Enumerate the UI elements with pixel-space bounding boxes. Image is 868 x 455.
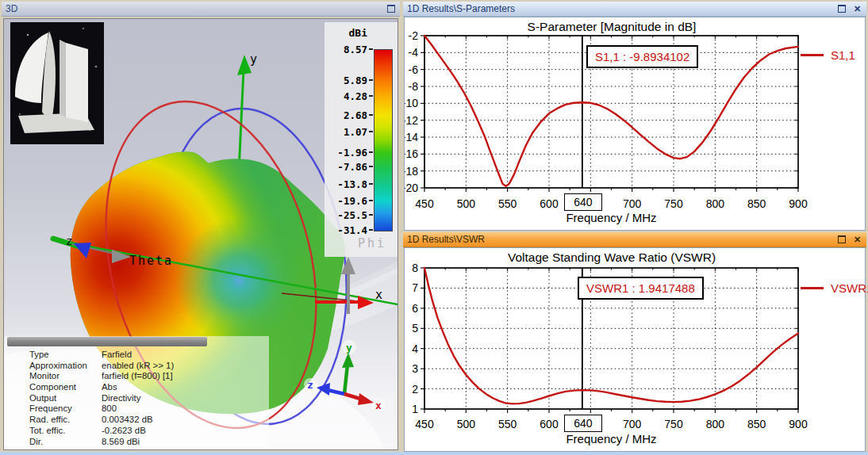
info-value: -0.2623 dB	[102, 426, 146, 437]
axis-marker-value[interactable]: 640	[564, 415, 602, 432]
maximize-button[interactable]	[836, 4, 847, 14]
colorbar-tick-label: -19.6	[326, 195, 367, 207]
info-row: Tot. effic.-0.2623 dB	[29, 426, 266, 437]
y-tick-label: -10	[405, 97, 418, 109]
info-row: Dir.8.569 dBi	[29, 437, 266, 448]
legend: S1,1	[801, 48, 855, 62]
y-tick-label: -4	[409, 46, 419, 59]
triad-y-label: y	[346, 342, 352, 354]
vswr-panel: 1D Results\VSWR ✕ Voltage Standing Wave …	[403, 232, 866, 452]
x-tick-label: 800	[706, 418, 725, 430]
info-row: Rad. effic.0.003432 dB	[29, 415, 266, 426]
colorbar-tick-label: 5.89	[326, 75, 367, 86]
y-tick-label: 1	[412, 403, 418, 415]
x-tick-label: 800	[706, 197, 725, 210]
colorbar-tick	[369, 131, 373, 132]
plot-title: Voltage Standing Wave Ratio (VSWR)	[405, 250, 819, 265]
info-value: Abs	[102, 382, 117, 393]
y-tick-label: 6	[412, 302, 418, 315]
legend-line-swatch	[801, 287, 824, 289]
y-tick-label: -14	[405, 131, 418, 143]
x-tick-label: 600	[540, 418, 559, 430]
sparameters-titlebar[interactable]: 1D Results\S-Parameters ✕	[403, 2, 866, 17]
close-button[interactable]: ✕	[852, 235, 862, 245]
close-button[interactable]: ✕	[852, 4, 862, 14]
x-tick-label: 550	[498, 197, 517, 210]
info-label: Monitor	[29, 371, 102, 382]
colorbar-tick	[369, 95, 373, 97]
info-label: Tot. effic.	[29, 426, 102, 437]
info-value: 8.569 dBi	[102, 437, 140, 448]
y-tick-label: -12	[405, 114, 418, 127]
x-tick-label: 500	[457, 197, 476, 210]
info-row: Monitorfarfield (f=800) [1]	[29, 371, 266, 382]
info-value: Farfield	[102, 350, 132, 361]
colorbar-tick	[369, 79, 373, 81]
plot-title: S-Parameter [Magnitude in dB]	[405, 20, 819, 34]
info-row: TypeFarfield	[29, 350, 266, 361]
info-label: Approximation	[29, 361, 102, 372]
3d-viewport[interactable]: z Theta x y	[3, 18, 398, 450]
z-axis-label: z	[66, 235, 72, 247]
y-tick-label: 5	[412, 322, 418, 335]
info-value: 0.003432 dB	[102, 415, 153, 426]
maximize-icon	[387, 5, 395, 13]
3d-panel-titlebar[interactable]: 3D	[2, 2, 400, 17]
maximize-button[interactable]	[836, 235, 847, 245]
colorbar-tick-label: 2.68	[326, 109, 367, 121]
info-label: Dir.	[29, 437, 102, 448]
colorbar-tick	[369, 151, 373, 153]
close-icon: ✕	[854, 5, 861, 13]
x-tick-label: 500	[457, 418, 476, 430]
sparameters-panel: 1D Results\S-Parameters ✕ S-Parameter [M…	[403, 2, 866, 231]
y-tick-label: 2	[412, 383, 418, 396]
status-strip	[0, 452, 868, 455]
y-tick-label: 4	[412, 342, 418, 355]
y-tick-label: -16	[405, 147, 418, 160]
x-tick-label: 550	[498, 418, 517, 430]
triad-y-axis	[344, 365, 348, 394]
colorbar-tick-label: -25.5	[326, 209, 367, 221]
marker-readout[interactable]: S1,1 : -9.8934102	[586, 45, 698, 68]
triad-y-arrowhead	[342, 353, 354, 368]
info-value: enabled (kR >> 1)	[102, 361, 174, 372]
x-tick-label: 700	[623, 418, 642, 430]
phi-axis-label: Phi	[358, 236, 386, 250]
colorbar-tick	[369, 200, 373, 201]
y-tick-label: 3	[412, 362, 418, 375]
colorbar-tick	[369, 166, 373, 167]
maximize-icon	[838, 235, 846, 243]
info-value: Directivity	[102, 393, 140, 404]
maximize-button[interactable]	[386, 4, 396, 14]
x-tick-label: 450	[415, 197, 434, 210]
x-axis-title: Frequency / MHz	[424, 432, 798, 445]
info-overlay-handle[interactable]	[7, 337, 207, 346]
vswr-plot-area: Voltage Standing Wave Ratio (VSWR) 45050…	[404, 247, 866, 452]
application-window: 3D	[0, 0, 868, 455]
colorbar-tick-label: -13.8	[326, 178, 367, 190]
colorbar-unit-title: dBi	[326, 27, 367, 39]
model-preview-inset	[10, 22, 104, 144]
colorbar-tick	[369, 48, 373, 50]
info-row: ComponentAbs	[29, 382, 266, 393]
x-tick-label: 600	[540, 197, 559, 210]
y-tick-label: -8	[409, 80, 419, 93]
colorbar-tick-label: 1.07	[326, 126, 367, 138]
x-tick-label: 750	[664, 197, 683, 210]
colorbar-tick-label: -31.4	[326, 224, 367, 236]
3d-view-panel: 3D	[2, 2, 400, 452]
vswr-title: 1D Results\VSWR	[407, 234, 485, 245]
vswr-titlebar[interactable]: 1D Results\VSWR ✕	[403, 232, 866, 247]
legend-line-swatch	[801, 54, 824, 56]
close-icon: ✕	[854, 235, 861, 244]
info-label: Output	[29, 393, 102, 404]
marker-readout[interactable]: VSWR1 : 1.9417488	[578, 277, 704, 300]
info-row: Frequency800	[29, 403, 266, 415]
axis-marker-value[interactable]: 640	[564, 193, 602, 211]
info-label: Component	[29, 382, 102, 393]
y-axis-label: y	[250, 52, 257, 67]
info-label: Type	[29, 350, 102, 361]
y-tick-label: -18	[405, 165, 418, 178]
colorbar-tick-label: -7.86	[326, 161, 367, 173]
legend: VSWR1	[801, 281, 868, 295]
